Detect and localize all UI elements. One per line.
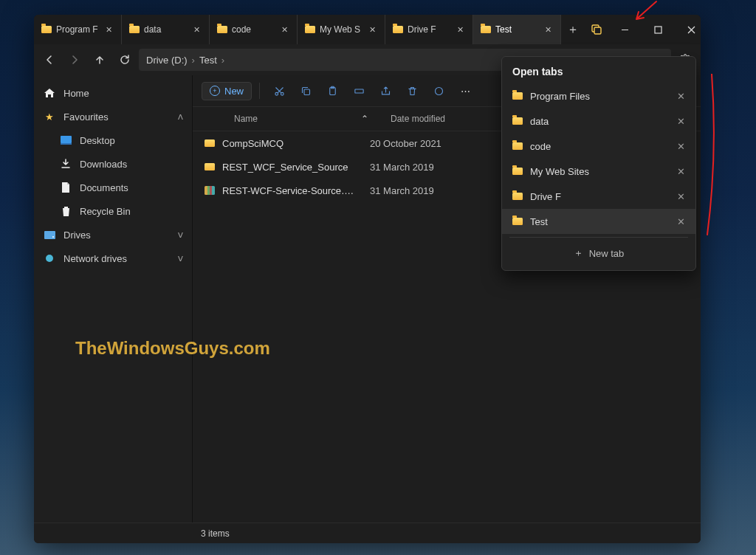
share-button[interactable] — [374, 80, 397, 102]
sidebar: Home ★Favouritesᐱ Desktop Downloads Docu… — [34, 75, 192, 523]
home-icon — [43, 89, 56, 97]
tab[interactable]: Program F✕ — [34, 15, 122, 44]
up-button[interactable] — [89, 49, 111, 71]
tab-close-icon[interactable]: ✕ — [278, 23, 291, 37]
minimize-button[interactable] — [608, 15, 642, 44]
svg-rect-9 — [44, 231, 55, 239]
popup-tab-item[interactable]: data✕ — [502, 108, 695, 134]
folder-icon — [512, 218, 523, 225]
tab-strip: Program F✕ data✕ code✕ My Web S✕ Drive F… — [34, 15, 608, 44]
popup-tab-item[interactable]: Test✕ — [502, 209, 695, 234]
folder-icon — [512, 193, 523, 200]
window-controls — [608, 15, 701, 44]
svg-rect-1 — [594, 27, 601, 34]
tab[interactable]: Drive F✕ — [385, 15, 473, 44]
maximize-button[interactable] — [642, 15, 675, 44]
sidebar-item-recycle-bin[interactable]: Recycle Bin — [34, 199, 192, 223]
folder-icon — [129, 26, 140, 33]
folder-icon — [512, 142, 523, 150]
annotation-curve — [704, 74, 719, 236]
tab-close-icon[interactable]: ✕ — [542, 23, 554, 37]
breadcrumb-segment[interactable]: Test — [199, 55, 217, 66]
status-bar: 3 items — [34, 523, 701, 543]
folder-icon — [305, 26, 315, 33]
tab-list-button[interactable] — [585, 15, 608, 44]
svg-rect-8 — [61, 143, 72, 145]
cut-button[interactable] — [267, 80, 291, 102]
rename-button[interactable] — [347, 80, 371, 102]
tab[interactable]: My Web S✕ — [298, 15, 385, 44]
delete-button[interactable] — [400, 80, 424, 102]
popup-tab-label: My Web Sites — [530, 166, 589, 177]
folder-icon — [512, 168, 523, 175]
recycle-bin-icon — [59, 206, 72, 216]
popup-tab-item[interactable]: Program Files✕ — [502, 83, 695, 108]
titlebar: Program F✕ data✕ code✕ My Web S✕ Drive F… — [34, 15, 701, 44]
tab-close-icon[interactable]: ✕ — [190, 23, 203, 37]
svg-point-10 — [52, 236, 54, 238]
svg-rect-14 — [304, 89, 310, 95]
popup-tab-label: Test — [530, 216, 548, 227]
paste-button[interactable] — [320, 80, 344, 102]
sidebar-item-home[interactable]: Home — [34, 81, 192, 105]
popup-tab-label: Drive F — [530, 191, 561, 202]
tab-active[interactable]: Test✕ — [473, 15, 561, 44]
popup-tab-item[interactable]: Drive F✕ — [502, 184, 695, 209]
svg-rect-7 — [61, 136, 72, 143]
refresh-button[interactable] — [114, 49, 136, 71]
sidebar-item-documents[interactable]: Documents — [34, 176, 192, 199]
more-button[interactable]: ⋯ — [453, 80, 477, 102]
svg-point-12 — [275, 92, 278, 95]
folder-icon — [205, 139, 215, 147]
plus-icon: ＋ — [574, 247, 583, 260]
popup-new-tab[interactable]: ＋New tab — [502, 241, 695, 266]
breadcrumb-segment[interactable]: Drive (D:) — [146, 55, 188, 66]
folder-icon — [393, 26, 403, 33]
file-name: CompSciMCQ — [222, 138, 284, 149]
popup-tab-item[interactable]: code✕ — [502, 134, 695, 159]
back-button[interactable] — [38, 49, 61, 71]
svg-point-13 — [281, 92, 284, 95]
folder-icon — [512, 92, 523, 100]
drive-icon — [43, 231, 56, 239]
copy-button[interactable] — [294, 80, 317, 102]
close-button[interactable] — [675, 15, 701, 44]
properties-button[interactable] — [427, 80, 450, 102]
chevron-down-icon: ᐯ — [178, 231, 183, 239]
sidebar-item-network-drives[interactable]: Network drivesᐯ — [34, 247, 192, 270]
chevron-up-icon: ᐱ — [178, 113, 183, 121]
file-name: REST-WCF-Service-Source…. — [222, 185, 354, 196]
popup-tab-label: code — [530, 141, 551, 152]
tab-close-icon[interactable]: ✕ — [366, 23, 379, 37]
popup-tab-close-icon[interactable]: ✕ — [677, 191, 685, 202]
column-header-name[interactable]: Name⌃ — [193, 114, 382, 124]
popup-tab-close-icon[interactable]: ✕ — [677, 216, 685, 227]
chevron-down-icon: ᐯ — [178, 255, 183, 263]
sort-asc-icon: ⌃ — [361, 114, 382, 124]
chevron-right-icon: › — [192, 55, 195, 66]
tab[interactable]: data✕ — [122, 15, 210, 44]
tab-close-icon[interactable]: ✕ — [103, 23, 115, 37]
popup-tab-close-icon[interactable]: ✕ — [677, 116, 685, 127]
new-tab-button[interactable]: ＋ — [561, 15, 585, 44]
sidebar-item-drives[interactable]: Drivesᐯ — [34, 223, 192, 247]
tab[interactable]: code✕ — [210, 15, 298, 44]
svg-rect-17 — [354, 89, 362, 93]
file-name: REST_WCF_Service_Source — [222, 162, 348, 173]
sidebar-item-desktop[interactable]: Desktop — [34, 128, 192, 152]
popup-tab-close-icon[interactable]: ✕ — [677, 166, 685, 177]
tab-close-icon[interactable]: ✕ — [454, 23, 467, 37]
popup-tab-label: data — [530, 116, 549, 127]
watermark-text: TheWindowsGuys.com — [75, 338, 270, 359]
new-button[interactable]: +New — [202, 82, 252, 100]
sidebar-item-downloads[interactable]: Downloads — [34, 152, 192, 176]
desktop-icon — [59, 136, 72, 145]
popup-tab-close-icon[interactable]: ✕ — [677, 91, 685, 102]
svg-point-18 — [435, 87, 442, 94]
popup-tab-close-icon[interactable]: ✕ — [677, 141, 685, 152]
popup-tab-item[interactable]: My Web Sites✕ — [502, 159, 695, 184]
popup-title: Open tabs — [512, 66, 685, 77]
forward-button[interactable] — [63, 49, 86, 71]
sidebar-item-favourites[interactable]: ★Favouritesᐱ — [34, 105, 192, 128]
chevron-right-icon: › — [221, 55, 224, 66]
